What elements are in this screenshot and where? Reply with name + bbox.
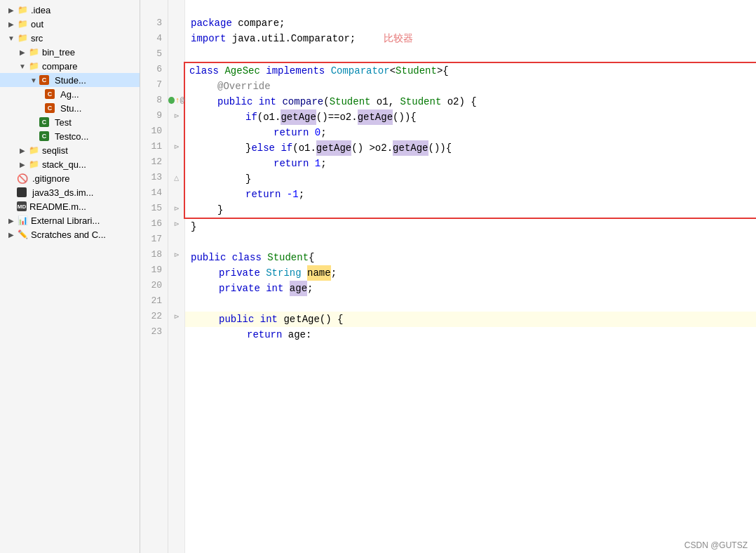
sidebar-item-testco[interactable]: C Testco...	[0, 129, 140, 143]
sidebar-item-gitignore[interactable]: 🚫 .gitignore	[0, 171, 140, 185]
sidebar-item-label: out	[31, 19, 43, 29]
arrow-icon	[6, 187, 17, 198]
code-line-3: package compare;	[185, 15, 756, 31]
code-area: 3 4 5 6 7 8 9 10 11 12 13 14 15 16 17 18…	[140, 0, 756, 553]
code-line-7: @Override	[184, 79, 756, 94]
code-editor: 3 4 5 6 7 8 9 10 11 12 13 14 15 16 17 18…	[140, 0, 756, 553]
code-line-17	[185, 234, 756, 250]
arrow-icon: ▶	[6, 229, 17, 240]
arrow-icon: ▶	[6, 18, 17, 29]
folder-icon: 📁	[28, 46, 39, 58]
sidebar-item-bin-tree[interactable]: ▶ 📁 bin_tree	[0, 45, 140, 59]
sidebar-item-label: Stu...	[60, 103, 81, 114]
sidebar-item-compare[interactable]: ▼ 📁 compare	[0, 59, 140, 73]
sidebar-item-label: src	[31, 33, 43, 44]
sidebar-item-label: bin_tree	[42, 47, 75, 58]
arrow-icon: ▶	[6, 215, 17, 226]
sidebar-item-label: Scratches and C...	[31, 229, 106, 240]
code-line-2	[185, 0, 756, 15]
watermark: CSDN @GUTSZ	[676, 538, 756, 553]
code-line-15: }	[184, 202, 756, 219]
sidebar-item-src[interactable]: ▼ 📁 src	[0, 31, 140, 45]
lib-icon: 📊	[17, 215, 28, 226]
folder-icon: 📁	[17, 4, 28, 15]
sidebar-item-java33[interactable]: java33_ds.im...	[0, 185, 140, 199]
sidebar-item-label: Ag...	[60, 89, 79, 100]
arrow-icon	[39, 102, 45, 114]
folder-icon: 📁	[28, 60, 39, 72]
code-line-23: return age:	[185, 327, 756, 342]
sidebar-item-agesec[interactable]: C Ag...	[0, 87, 140, 101]
sidebar-item-stackqu[interactable]: ▶ 📁 stack_qu...	[0, 157, 140, 171]
code-line-10: return 0;	[184, 125, 756, 140]
folder-icon: 📁	[17, 32, 28, 44]
sidebar-item-label: README.m...	[29, 201, 86, 212]
arrow-icon: ▼	[17, 60, 28, 72]
code-line-6: class AgeSec implements Comparator<Stude…	[184, 62, 756, 79]
code-line-12: return 1;	[184, 156, 756, 171]
java-test-icon: C	[39, 117, 49, 127]
code-line-5	[185, 46, 756, 62]
sidebar-item-seqlist[interactable]: ▶ 📁 seqlist	[0, 143, 140, 157]
sidebar-item-idea[interactable]: ▶ 📁 .idea	[0, 3, 140, 17]
java-icon: C	[45, 103, 55, 113]
arrow-icon: ▶	[17, 46, 28, 58]
sidebar-item-out[interactable]: ▶ 📁 out	[0, 17, 140, 31]
code-line-18: public class Student{	[185, 250, 756, 265]
sidebar-item-scratches[interactable]: ▶ ✏️ Scratches and C...	[0, 227, 140, 241]
sidebar-item-test[interactable]: C Test	[0, 115, 140, 129]
code-content[interactable]: package compare; import java.util.Compar…	[185, 0, 756, 553]
folder-icon: 📁	[17, 18, 28, 29]
sidebar-item-label: stack_qu...	[42, 159, 86, 170]
arrow-icon	[28, 116, 39, 128]
file-icon	[17, 187, 27, 197]
folder-icon: 📁	[28, 145, 39, 156]
code-line-8: public int compare(Student o1, Student o…	[184, 94, 756, 109]
sidebar-item-student[interactable]: C Stu...	[0, 101, 140, 115]
scratches-icon: ✏️	[17, 229, 28, 240]
sidebar-item-label: External Librari...	[31, 215, 100, 226]
java-icon: C	[45, 89, 55, 99]
sidebar-item-label: Testco...	[55, 131, 88, 142]
code-line-19: private String name;	[185, 265, 756, 281]
debug-marker[interactable]: ↑ @	[168, 93, 184, 108]
sidebar-item-studentc[interactable]: ▼ C Stude...	[0, 73, 140, 87]
file-icon: 🚫	[17, 173, 28, 184]
gutter: ↑ @ ⊳ ⊳ △ ⊳ ⊳ ⊳ ⊳	[168, 0, 185, 553]
sidebar-item-label: Stude...	[55, 75, 86, 86]
sidebar-item-label: compare	[42, 61, 78, 72]
sidebar-item-label: seqlist	[42, 145, 68, 156]
code-line-13: }	[184, 171, 756, 187]
sidebar-item-label: .idea	[31, 5, 50, 15]
arrow-icon	[28, 131, 39, 142]
java-test-icon: C	[39, 131, 49, 141]
md-icon: MD	[17, 201, 27, 211]
sidebar-item-label: java33_ds.im...	[32, 187, 93, 198]
code-line-4: import java.util.Comparator;比较器	[185, 31, 756, 46]
code-line-20: private int age;	[185, 281, 756, 296]
sidebar-item-label: Test	[55, 117, 72, 128]
code-line-11: }else if(o1.getAge() >o2.getAge()){	[184, 140, 756, 156]
sidebar-item-label: .gitignore	[32, 173, 69, 184]
code-line-14: return -1;	[184, 187, 756, 202]
sidebar-item-readme[interactable]: MD README.m...	[0, 199, 140, 213]
file-tree: ▶ 📁 .idea ▶ 📁 out ▼ 📁 src ▶ 📁 bin_tree ▼…	[0, 0, 140, 553]
arrow-icon	[6, 201, 17, 212]
line-numbers: 3 4 5 6 7 8 9 10 11 12 13 14 15 16 17 18…	[140, 0, 168, 553]
code-line-22: public int getAge() {	[185, 312, 756, 327]
arrow-icon	[6, 173, 17, 184]
arrow-icon: ▼	[28, 74, 39, 86]
arrow-icon: ▼	[6, 32, 17, 44]
code-line-16: }	[185, 219, 756, 234]
code-line-9: if(o1.getAge()==o2.getAge()){	[184, 109, 756, 125]
java-icon: C	[39, 75, 49, 85]
folder-icon: 📁	[28, 159, 39, 170]
arrow-icon	[39, 88, 45, 100]
code-line-21	[185, 296, 756, 312]
arrow-icon: ▶	[17, 145, 28, 156]
arrow-icon: ▶	[17, 159, 28, 170]
arrow-icon: ▶	[6, 4, 17, 15]
sidebar-item-extlib[interactable]: ▶ 📊 External Librari...	[0, 213, 140, 227]
